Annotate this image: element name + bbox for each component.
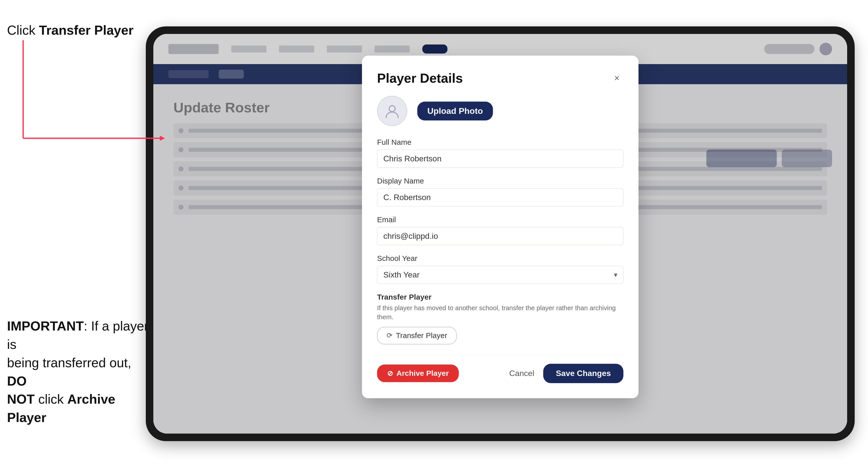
photo-upload-row: Upload Photo xyxy=(377,96,623,126)
tablet-screen: Update Roster Player Details × xyxy=(153,34,847,434)
not-label: NOT xyxy=(7,392,35,406)
close-icon: × xyxy=(614,73,619,84)
full-name-label: Full Name xyxy=(377,138,623,147)
transfer-player-button[interactable]: ⟳ Transfer Player xyxy=(377,327,457,344)
school-year-label: School Year xyxy=(377,254,623,263)
do-label: DO xyxy=(7,374,27,388)
modal-header: Player Details × xyxy=(377,71,623,86)
email-label: Email xyxy=(377,215,623,224)
school-year-group: School Year Sixth Year ▾ xyxy=(377,254,623,284)
avatar-circle xyxy=(377,96,407,126)
cancel-button[interactable]: Cancel xyxy=(509,369,534,378)
upload-photo-label: Upload Photo xyxy=(427,106,483,116)
instruction-prefix: Click xyxy=(7,23,39,37)
instruction-bold: Transfer Player xyxy=(39,23,133,37)
transfer-section-title: Transfer Player xyxy=(377,293,623,301)
archive-icon: ⊘ xyxy=(387,369,393,377)
svg-point-3 xyxy=(389,105,395,112)
display-name-input[interactable] xyxy=(377,188,623,206)
footer-right-buttons: Cancel Save Changes xyxy=(509,364,623,383)
instruction-bottom: IMPORTANT: If a player isbeing transferr… xyxy=(7,317,153,427)
instruction-top: Click Transfer Player xyxy=(7,23,133,38)
display-name-label: Display Name xyxy=(377,177,623,185)
archive-btn-label: Archive Player xyxy=(396,369,449,378)
school-year-select-wrapper: Sixth Year ▾ xyxy=(377,266,623,284)
save-changes-button[interactable]: Save Changes xyxy=(543,364,623,383)
modal-footer: ⊘ Archive Player Cancel Save Changes xyxy=(377,354,623,383)
full-name-input[interactable] xyxy=(377,150,623,168)
instruction-click: click xyxy=(35,392,67,406)
email-group: Email xyxy=(377,215,623,245)
display-name-group: Display Name xyxy=(377,177,623,206)
important-label: IMPORTANT xyxy=(7,319,84,333)
email-input[interactable] xyxy=(377,227,623,245)
user-icon xyxy=(384,103,400,118)
archive-player-button[interactable]: ⊘ Archive Player xyxy=(377,365,459,382)
transfer-player-section: Transfer Player If this player has moved… xyxy=(377,293,623,344)
modal-close-button[interactable]: × xyxy=(610,72,623,85)
transfer-icon: ⟳ xyxy=(386,332,393,340)
transfer-section-desc: If this player has moved to another scho… xyxy=(377,303,623,322)
tablet-device: Update Roster Player Details × xyxy=(146,26,855,441)
upload-photo-button[interactable]: Upload Photo xyxy=(417,101,493,120)
modal-title: Player Details xyxy=(377,71,463,86)
school-year-select[interactable]: Sixth Year xyxy=(377,266,623,284)
annotation-arrow xyxy=(11,40,167,151)
full-name-group: Full Name xyxy=(377,138,623,168)
player-details-modal: Player Details × Upload Photo xyxy=(362,56,639,398)
transfer-btn-label: Transfer Player xyxy=(396,331,447,340)
